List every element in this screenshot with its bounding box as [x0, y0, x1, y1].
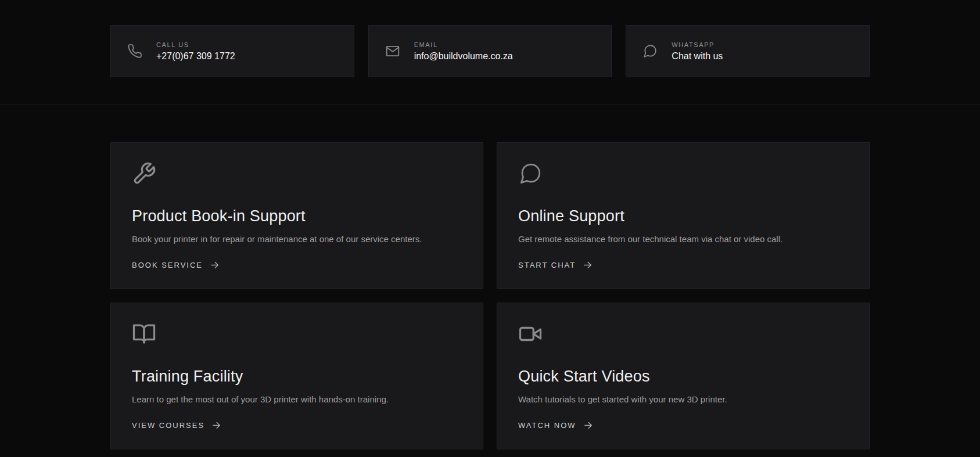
support-card-videos: Quick Start Videos Watch tutorials to ge… — [497, 303, 870, 449]
support-link-label: START CHAT — [518, 261, 576, 269]
support-section: Product Book-in Support Book your printe… — [0, 105, 980, 449]
support-link-label: BOOK SERVICE — [132, 261, 203, 269]
support-card-online-support: Online Support Get remote assistance fro… — [497, 142, 870, 289]
support-card-title: Product Book-in Support — [132, 207, 462, 225]
contact-card-call[interactable]: CALL US +27(0)67 309 1772 — [110, 25, 354, 77]
support-card-title: Quick Start Videos — [518, 368, 848, 386]
contact-card-email[interactable]: EMAIL info@buildvolume.co.za — [368, 25, 612, 77]
support-card-description: Book your printer in for repair or maint… — [132, 233, 462, 246]
contact-label: EMAIL — [414, 41, 513, 48]
wrench-icon — [132, 178, 156, 188]
contact-phone-number: +27(0)67 309 1772 — [156, 51, 235, 62]
arrow-right-icon — [210, 260, 220, 270]
watch-now-link[interactable]: WATCH NOW — [518, 420, 593, 430]
support-card-title: Training Facility — [132, 368, 462, 386]
support-card-description: Get remote assistance from our technical… — [518, 233, 848, 246]
book-service-link[interactable]: BOOK SERVICE — [132, 260, 220, 270]
support-card-book-in: Product Book-in Support Book your printe… — [110, 142, 483, 289]
mail-icon — [385, 44, 400, 59]
support-link-label: VIEW COURSES — [132, 421, 204, 430]
book-open-icon — [132, 338, 156, 348]
arrow-right-icon — [583, 420, 593, 430]
chat-bubble-icon — [518, 178, 543, 188]
contact-grid: CALL US +27(0)67 309 1772 EMAIL info@bui… — [110, 25, 870, 77]
contact-text: EMAIL info@buildvolume.co.za — [414, 41, 513, 62]
chat-bubble-icon — [642, 44, 658, 59]
contact-text: WHATSAPP Chat with us — [672, 41, 723, 62]
support-card-title: Online Support — [518, 207, 848, 225]
support-grid: Product Book-in Support Book your printe… — [110, 142, 870, 449]
video-camera-icon — [518, 338, 543, 348]
contact-label: WHATSAPP — [672, 41, 723, 48]
contact-text: CALL US +27(0)67 309 1772 — [156, 41, 235, 62]
support-card-description: Watch tutorials to get started with your… — [518, 393, 848, 406]
contact-strip: CALL US +27(0)67 309 1772 EMAIL info@bui… — [0, 0, 980, 105]
view-courses-link[interactable]: VIEW COURSES — [132, 420, 221, 430]
support-link-label: WATCH NOW — [518, 421, 576, 430]
start-chat-link[interactable]: START CHAT — [518, 260, 593, 270]
support-card-training: Training Facility Learn to get the most … — [110, 303, 483, 449]
arrow-right-icon — [211, 420, 221, 430]
contact-label: CALL US — [156, 41, 235, 48]
contact-card-whatsapp[interactable]: WHATSAPP Chat with us — [626, 25, 870, 77]
phone-icon — [127, 44, 142, 59]
support-card-description: Learn to get the most out of your 3D pri… — [132, 393, 462, 406]
arrow-right-icon — [583, 260, 593, 270]
contact-email-address: info@buildvolume.co.za — [414, 51, 513, 62]
contact-whatsapp-cta: Chat with us — [672, 51, 723, 62]
